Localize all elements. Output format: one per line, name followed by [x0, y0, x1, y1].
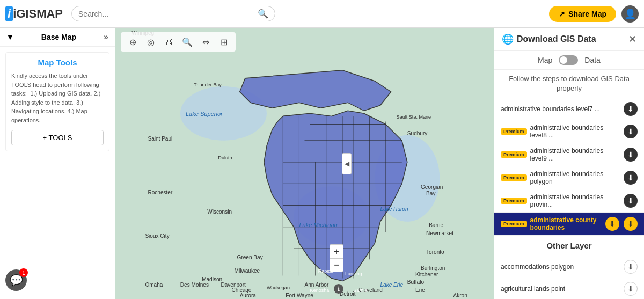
extra-download-button[interactable]: ⬇ [624, 217, 638, 231]
globe-icon: 🌐 [502, 33, 514, 45]
layer-name: administrative boundaries provin... [530, 193, 620, 208]
zoom-in-button[interactable]: + [330, 244, 343, 258]
svg-text:Duluth: Duluth [218, 155, 232, 161]
svg-text:Ann Arbor: Ann Arbor [305, 282, 329, 288]
base-map-label: Base Map [41, 33, 76, 41]
logo[interactable]: iiGISMAP [5, 7, 63, 21]
search-bar[interactable]: 🔍 [71, 6, 275, 21]
svg-text:Madison: Madison [202, 276, 222, 282]
premium-badge: Premium [501, 128, 527, 135]
layer-item[interactable]: Premium administrative boundaries polygo… [494, 166, 644, 189]
layer-item[interactable]: Premium administrative county boundaries… [494, 213, 644, 236]
premium-badge: Premium [501, 151, 527, 158]
svg-text:Lake Michigan: Lake Michigan [299, 222, 337, 228]
map-area[interactable]: Saint Paul Rochester Sioux City Omaha De… [115, 28, 494, 299]
other-layer-item[interactable]: accommodations polygon ⬇ [494, 256, 644, 278]
right-panel-title: 🌐 Download GIS Data [502, 33, 596, 45]
layer-list: administrative boundaries level7 ... ⬇ P… [494, 98, 644, 299]
svg-text:Saint Paul: Saint Paul [148, 136, 172, 142]
share-icon: ↗ [559, 10, 565, 18]
download-button[interactable]: ⬇ [624, 125, 638, 138]
svg-text:Barrie: Barrie [429, 222, 443, 228]
layer-name: administrative boundaries level8 ... [530, 124, 620, 139]
svg-text:Lansing: Lansing [345, 271, 362, 276]
svg-text:Bay: Bay [426, 191, 436, 196]
search-icon[interactable]: 🔍 [258, 9, 268, 19]
toggle-map-label: Map [538, 56, 552, 64]
chat-bubble[interactable]: 💬 1 [5, 269, 27, 291]
map-svg: Saint Paul Rochester Sioux City Omaha De… [115, 28, 494, 299]
svg-text:Buffalo: Buffalo [407, 279, 425, 285]
svg-text:Akron: Akron [453, 293, 467, 298]
layer-item[interactable]: Premium administrative boundaries level8… [494, 120, 644, 143]
svg-text:Rochester: Rochester [148, 189, 173, 195]
layer-item[interactable]: Premium administrative boundaries provin… [494, 189, 644, 213]
info-icon[interactable]: ℹ [334, 284, 343, 294]
other-layer-item[interactable]: agricultural lands point ⬇ [494, 278, 644, 299]
chat-badge: 1 [19, 268, 28, 277]
svg-text:Georgian: Georgian [421, 184, 443, 190]
download-button[interactable]: ⬇ [605, 217, 619, 231]
svg-text:Sudbury: Sudbury [407, 130, 428, 136]
svg-text:Green Bay: Green Bay [237, 254, 264, 260]
layer-item[interactable]: administrative boundaries level7 ... ⬇ [494, 98, 644, 120]
download-button[interactable]: ⬇ [624, 282, 638, 296]
svg-text:Fort Wayne: Fort Wayne [286, 293, 313, 298]
target-icon[interactable]: ◎ [143, 34, 158, 49]
base-map-header[interactable]: ▼ Base Map » [0, 28, 115, 47]
download-button[interactable]: ⬇ [624, 102, 638, 116]
step-text: Follow the steps to download GIS Data pr… [494, 70, 644, 98]
layer-name: administrative boundaries level7 ... [501, 105, 620, 113]
main-area: ▼ Base Map » Map Tools Kindly access the… [0, 28, 644, 299]
download-button[interactable]: ⬇ [624, 194, 638, 208]
zoom-in-icon[interactable]: 🔍 [180, 34, 195, 49]
svg-text:Sault Ste. Marie: Sault Ste. Marie [397, 114, 431, 120]
layers-icon[interactable]: ⊞ [216, 34, 231, 49]
user-avatar[interactable]: 👤 [621, 5, 639, 23]
map-toolbar: ⊕ ◎ 🖨 🔍 ⇔ ⊞ [121, 32, 236, 52]
left-panel: ▼ Base Map » Map Tools Kindly access the… [0, 28, 115, 299]
svg-text:Sioux City: Sioux City [145, 233, 170, 239]
map-data-toggle[interactable] [559, 55, 578, 65]
svg-text:Lake Erie: Lake Erie [380, 282, 404, 288]
svg-text:Lake Superior: Lake Superior [186, 111, 223, 117]
premium-badge: Premium [501, 174, 527, 181]
layer-name: accommodations polygon [501, 263, 620, 271]
print-icon[interactable]: 🖨 [162, 34, 177, 49]
measure-icon[interactable]: ⇔ [198, 34, 213, 49]
toggle-data-label: Data [584, 56, 601, 64]
share-button[interactable]: ↗ Share Map [549, 6, 616, 22]
svg-text:Lake Huron: Lake Huron [380, 206, 408, 212]
svg-text:Wisconsin: Wisconsin [207, 209, 232, 215]
tools-button[interactable]: + TOOLS [11, 130, 104, 145]
search-input[interactable] [78, 10, 258, 18]
svg-text:Erie: Erie [415, 287, 425, 293]
svg-text:Milwaukee: Milwaukee [235, 268, 260, 274]
svg-text:Kitchener: Kitchener [415, 272, 438, 278]
download-button[interactable]: ⬇ [624, 171, 638, 185]
location-icon[interactable]: ⊕ [125, 34, 140, 49]
premium-badge: Premium [501, 221, 527, 227]
map-tools-title: Map Tools [11, 58, 104, 67]
svg-text:Waukegan: Waukegan [267, 285, 290, 290]
zoom-out-button[interactable]: − [330, 258, 343, 272]
logo-text: iiGISMAP [5, 7, 63, 21]
collapse-right-panel-button[interactable]: ◀ [342, 153, 352, 174]
chevron-down-icon: ▼ [6, 33, 14, 41]
logo-i: i [5, 6, 13, 21]
zoom-controls: + − [330, 244, 343, 272]
svg-text:Newmarket: Newmarket [426, 230, 453, 236]
layer-name: administrative county boundaries [530, 216, 602, 231]
svg-text:Sarnia: Sarnia [353, 288, 368, 293]
layer-name: administrative boundaries polygon [530, 170, 620, 185]
user-icon: 👤 [624, 8, 636, 20]
header: iiGISMAP 🔍 ↗ Share Map 👤 [0, 0, 644, 28]
layer-item[interactable]: Premium administrative boundaries level9… [494, 143, 644, 166]
svg-text:Kenosha: Kenosha [310, 288, 330, 293]
right-panel: 🌐 Download GIS Data ✕ Map Data Follow th… [494, 28, 644, 299]
download-button[interactable]: ⬇ [624, 260, 638, 274]
close-button[interactable]: ✕ [628, 33, 636, 45]
download-button[interactable]: ⬇ [624, 148, 638, 162]
collapse-button[interactable]: » [104, 32, 108, 42]
svg-text:Burlington: Burlington [421, 265, 445, 271]
